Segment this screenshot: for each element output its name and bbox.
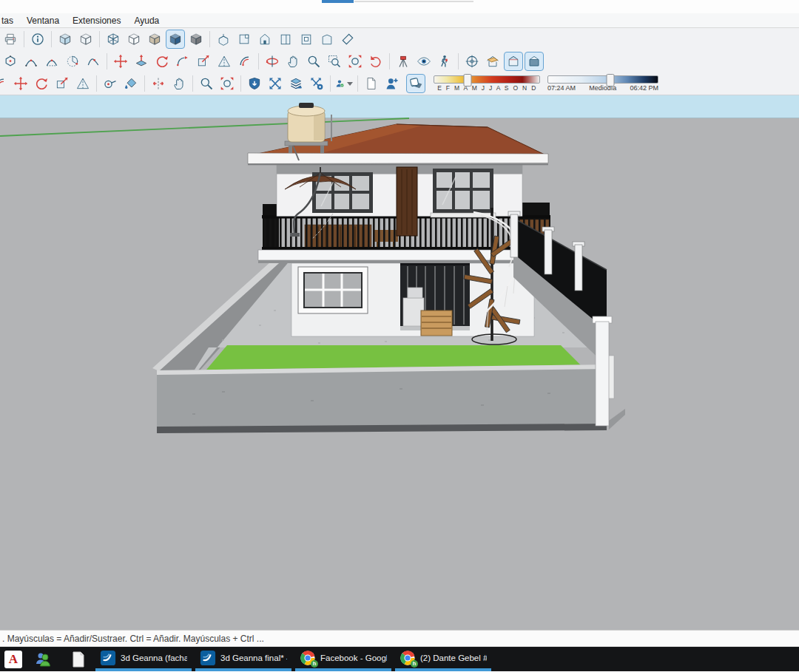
pan-tool-button[interactable]: [283, 52, 303, 71]
look-around-tool-button[interactable]: [414, 52, 434, 71]
previous-view-tool-button[interactable]: [366, 52, 385, 71]
style-monochrome-button[interactable]: [186, 30, 206, 49]
view-top-button[interactable]: [235, 30, 254, 49]
offset-tool-icon: [237, 54, 252, 69]
follow-me-tool-button[interactable]: [173, 52, 192, 71]
print-icon: [3, 32, 18, 47]
style-xray-button[interactable]: [55, 30, 75, 49]
taskbar-item-people[interactable]: [32, 647, 54, 671]
lower-left-window[interactable]: [298, 267, 368, 313]
viewport-3d-scene[interactable]: [0, 95, 799, 630]
position-camera-tool-button[interactable]: [394, 52, 413, 71]
zoom-tool-large-button[interactable]: [197, 74, 216, 93]
zoom-extents-large-button[interactable]: [218, 74, 237, 93]
house-model[interactable]: [248, 103, 554, 345]
view-back-button[interactable]: [297, 30, 316, 49]
section-plane-tool-button[interactable]: [462, 52, 482, 71]
view-front-button[interactable]: [255, 30, 274, 49]
menu-herramientas-partial[interactable]: tas: [0, 16, 20, 26]
shadow-date-thumb[interactable]: [464, 74, 472, 86]
zoom-tool-button[interactable]: [304, 52, 323, 71]
shadow-date-slider[interactable]: E F M A M J J A S O N D: [434, 75, 540, 92]
walk-tool-button[interactable]: [435, 52, 454, 71]
paint-bucket-tool-button[interactable]: [121, 74, 141, 93]
perimeter-wall[interactable]: [157, 364, 607, 433]
style-wireframe-button[interactable]: [104, 30, 123, 49]
taskbar-item-sketchup-window-1[interactable]: 3d Geanna (fachad...: [95, 647, 192, 671]
status-hint-text: . Mayúsculas = Añadir/Sustraer. Ctrl = A…: [2, 634, 264, 644]
style-shaded-button[interactable]: [145, 30, 164, 49]
view-top-icon: [237, 32, 252, 47]
display-section-cuts-button[interactable]: [504, 52, 523, 71]
display-section-planes-button[interactable]: [483, 52, 502, 71]
flip-along-tool-button[interactable]: [149, 74, 168, 93]
menu-ayuda[interactable]: Ayuda: [127, 16, 166, 26]
display-section-fill-button[interactable]: [525, 52, 544, 71]
taskbar-item-chrome-window-2[interactable]: h(2) Dante Gebel #95...: [395, 647, 491, 671]
view-plan-button[interactable]: [338, 30, 357, 49]
rotate-tool-button[interactable]: [152, 52, 172, 71]
rotate-tool-large-button[interactable]: [32, 74, 51, 93]
two-point-arc-tool-button[interactable]: [42, 52, 61, 71]
taskbar-item-chrome-window-1[interactable]: hFacebook - Google ...: [295, 647, 391, 671]
taskbar-item-sketchup-window-2[interactable]: 3d Geanna final* - ...: [195, 647, 291, 671]
zoom-extents-tool-button[interactable]: [345, 52, 365, 71]
offset-tool-clipped-icon: [0, 76, 7, 91]
style-hidden-line-icon: [127, 32, 141, 47]
scale-tool-large-button[interactable]: [53, 74, 72, 93]
move-tool-button[interactable]: [111, 52, 130, 71]
extension-swap-button[interactable]: [266, 74, 285, 93]
menu-extensiones[interactable]: Extensiones: [66, 16, 127, 26]
scale-tool-button[interactable]: [194, 52, 213, 71]
view-iso-button[interactable]: [214, 30, 233, 49]
upper-right-window[interactable]: [431, 169, 496, 217]
style-hidden-line-button[interactable]: [124, 30, 144, 49]
offset-tool-clipped-button[interactable]: [0, 74, 10, 93]
style-shaded-textures-button[interactable]: [166, 30, 185, 49]
toolbar-separator: [24, 31, 24, 47]
extension-shield-icon: [247, 76, 262, 91]
model-info-button[interactable]: [28, 30, 47, 49]
push-pull-tool-button[interactable]: [132, 52, 151, 71]
taskbar-window-title: Facebook - Google ...: [320, 654, 387, 662]
style-back-edges-button[interactable]: [76, 30, 95, 49]
extension-shield-button[interactable]: [245, 74, 264, 93]
pie-tool-button[interactable]: [63, 52, 82, 71]
taskbar-item-autocad[interactable]: A: [2, 647, 24, 671]
show-hide-shadows-button[interactable]: [406, 74, 425, 93]
shadow-date-track[interactable]: [434, 75, 540, 84]
menu-bar: tasVentanaExtensionesAyuda: [0, 13, 799, 28]
top-accent-bar: [322, 0, 354, 3]
soften-edges-large-button[interactable]: [73, 74, 92, 93]
zoom-window-tool-button[interactable]: [325, 52, 344, 71]
dropdown-caret-icon[interactable]: [347, 82, 353, 86]
three-point-arc-tool-button[interactable]: [84, 52, 103, 71]
polygon-tool-button[interactable]: [1, 52, 20, 71]
taskbar-item-document[interactable]: [67, 647, 90, 671]
arc-tool-button[interactable]: [21, 52, 41, 71]
soften-edges-tool-button[interactable]: [215, 52, 234, 71]
tape-measure-tool-button[interactable]: [101, 74, 120, 93]
move-tool-large-button[interactable]: [11, 74, 30, 93]
add-location-button[interactable]: [382, 74, 402, 93]
upper-door[interactable]: [397, 167, 417, 236]
print-button[interactable]: [1, 30, 20, 49]
extension-settings-button[interactable]: [307, 74, 326, 93]
menu-ventana[interactable]: Ventana: [20, 16, 66, 26]
extension-layers-icon: [289, 76, 303, 91]
new-document-button[interactable]: [362, 74, 381, 93]
arc-tool-icon: [24, 54, 38, 69]
shadow-time-thumb[interactable]: [607, 74, 615, 86]
offset-tool-button[interactable]: [235, 52, 254, 71]
new-document-icon: [364, 76, 379, 91]
view-right-button[interactable]: [276, 30, 295, 49]
view-left-button[interactable]: [317, 30, 337, 49]
toolbar-separator: [240, 75, 241, 92]
account-button[interactable]: [334, 74, 354, 93]
toolbar-separator: [99, 31, 100, 47]
extension-layers-button[interactable]: [286, 74, 306, 93]
orbit-tool-button[interactable]: [263, 52, 282, 71]
shadow-time-track[interactable]: [547, 75, 658, 84]
shadow-time-slider[interactable]: 07:24 AM Mediodía 06:42 PM: [547, 75, 658, 92]
pan-tool-large-button[interactable]: [169, 74, 189, 93]
